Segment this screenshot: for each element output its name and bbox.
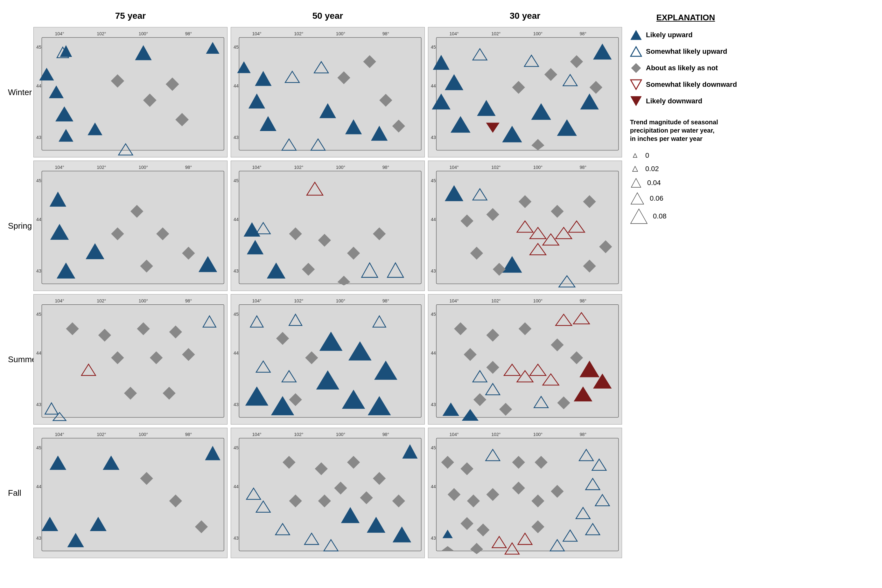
legend-item-somewhat-likely-upward: Somewhat likely upward bbox=[630, 45, 741, 57]
svg-text:100°: 100° bbox=[336, 432, 345, 437]
legend-size-label-006: 0.06 bbox=[650, 194, 663, 202]
svg-text:104°: 104° bbox=[449, 432, 458, 437]
svg-marker-302 bbox=[631, 193, 644, 204]
svg-marker-298 bbox=[631, 96, 642, 106]
svg-text:104°: 104° bbox=[55, 298, 64, 303]
svg-text:100°: 100° bbox=[139, 165, 148, 170]
col-header-30: 30 year bbox=[426, 6, 624, 26]
map-winter-30: 104° 102° 100° 98° 45° 44° 43° bbox=[426, 26, 624, 159]
svg-marker-295 bbox=[631, 47, 642, 56]
svg-text:104°: 104° bbox=[252, 165, 261, 170]
legend-size-002: 0.02 bbox=[630, 164, 741, 174]
svg-text:102°: 102° bbox=[294, 298, 303, 303]
svg-text:98°: 98° bbox=[580, 31, 586, 36]
col-header-50: 50 year bbox=[229, 6, 426, 26]
map-winter-50: 104° 102° 100° 98° 45° 44° 43° bbox=[229, 26, 426, 159]
svg-text:102°: 102° bbox=[97, 165, 106, 170]
svg-rect-52 bbox=[436, 38, 619, 150]
svg-text:104°: 104° bbox=[252, 432, 261, 437]
svg-text:104°: 104° bbox=[252, 298, 261, 303]
svg-text:100°: 100° bbox=[336, 165, 345, 170]
col-header-75: 75 year bbox=[32, 6, 229, 26]
svg-rect-239 bbox=[239, 438, 421, 551]
svg-marker-299 bbox=[633, 154, 637, 158]
svg-text:102°: 102° bbox=[491, 165, 500, 170]
svg-text:100°: 100° bbox=[139, 31, 148, 36]
svg-text:102°: 102° bbox=[97, 432, 106, 437]
svg-marker-300 bbox=[633, 166, 638, 171]
svg-text:102°: 102° bbox=[294, 165, 303, 170]
svg-text:100°: 100° bbox=[336, 31, 345, 36]
svg-text:98°: 98° bbox=[382, 298, 389, 303]
svg-text:102°: 102° bbox=[491, 298, 500, 303]
svg-text:102°: 102° bbox=[97, 298, 106, 303]
svg-text:104°: 104° bbox=[55, 165, 64, 170]
svg-text:98°: 98° bbox=[580, 298, 586, 303]
svg-text:102°: 102° bbox=[97, 31, 106, 36]
map-spring-50: 104° 102° 100° 98° 45° 44° 43° bbox=[229, 159, 426, 292]
legend-size-title: Trend magnitude of seasonalprecipitation… bbox=[630, 118, 741, 143]
svg-rect-145 bbox=[42, 304, 224, 417]
svg-text:104°: 104° bbox=[449, 298, 458, 303]
legend-size-0: 0 bbox=[630, 150, 741, 160]
svg-text:98°: 98° bbox=[382, 432, 389, 437]
map-fall-75: 104° 102° 100° 98° 45° 44° 43° bbox=[32, 426, 229, 560]
map-summer-50: 104° 102° 100° 98° 45° 44° 43° bbox=[229, 292, 426, 426]
svg-text:100°: 100° bbox=[533, 298, 542, 303]
map-summer-75: 104° 102° 100° 98° 45° 44° 43° bbox=[32, 292, 229, 426]
legend-label-somewhat-likely-downward: Somewhat likely downward bbox=[646, 81, 737, 89]
svg-rect-265 bbox=[436, 438, 619, 551]
legend-item-about-as-likely: About as likely as not bbox=[630, 62, 741, 74]
map-grid: 75 year 50 year 30 year Winter 104° 102°… bbox=[6, 6, 624, 582]
row-label-winter: Winter bbox=[6, 26, 32, 159]
svg-text:102°: 102° bbox=[491, 31, 500, 36]
svg-text:98°: 98° bbox=[185, 298, 192, 303]
svg-marker-303 bbox=[631, 209, 647, 224]
svg-text:104°: 104° bbox=[55, 31, 64, 36]
map-fall-50: 104° 102° 100° 98° 45° 44° 43° bbox=[229, 426, 426, 560]
svg-text:102°: 102° bbox=[491, 432, 500, 437]
svg-rect-29 bbox=[239, 38, 421, 150]
row-label-summer: Summer bbox=[6, 292, 32, 426]
svg-text:104°: 104° bbox=[449, 165, 458, 170]
svg-marker-296 bbox=[631, 63, 641, 73]
svg-text:104°: 104° bbox=[55, 432, 64, 437]
legend-label-somewhat-likely-upward: Somewhat likely upward bbox=[646, 47, 727, 56]
legend-size-label-002: 0.02 bbox=[645, 165, 659, 173]
legend-size-label-004: 0.04 bbox=[647, 179, 661, 187]
svg-text:102°: 102° bbox=[294, 31, 303, 36]
legend-item-likely-downward: Likely downward bbox=[630, 95, 741, 107]
legend-item-likely-upward: Likely upward bbox=[630, 29, 741, 41]
svg-text:104°: 104° bbox=[449, 31, 458, 36]
legend-title: EXPLANATION bbox=[630, 13, 741, 22]
row-label-spring: Spring bbox=[6, 159, 32, 292]
legend-size-006: 0.06 bbox=[630, 192, 741, 205]
legend-item-somewhat-likely-downward: Somewhat likely downward bbox=[630, 78, 741, 91]
legend-label-likely-downward: Likely downward bbox=[646, 97, 702, 105]
row-label-fall: Fall bbox=[6, 426, 32, 560]
legend-size-label-0: 0 bbox=[645, 152, 649, 160]
svg-marker-297 bbox=[631, 80, 642, 89]
map-spring-30: 104° 102° 100° 98° 45° 44° 43° bbox=[426, 159, 624, 292]
map-spring-75: 104° 102° 100° 98° 45° 44° 43° bbox=[32, 159, 229, 292]
main-container: 75 year 50 year 30 year Winter 104° 102°… bbox=[0, 0, 882, 588]
svg-rect-166 bbox=[239, 304, 421, 417]
svg-rect-222 bbox=[42, 438, 224, 551]
corner-cell bbox=[6, 6, 32, 26]
svg-text:98°: 98° bbox=[382, 31, 389, 36]
svg-text:100°: 100° bbox=[336, 298, 345, 303]
svg-text:98°: 98° bbox=[185, 165, 192, 170]
legend-size-label-008: 0.08 bbox=[653, 212, 667, 220]
legend-label-about-as-likely: About as likely as not bbox=[646, 64, 718, 72]
legend: EXPLANATION Likely upward Somewhat likel… bbox=[624, 6, 745, 582]
svg-text:100°: 100° bbox=[533, 31, 542, 36]
svg-text:98°: 98° bbox=[382, 165, 389, 170]
legend-size-004: 0.04 bbox=[630, 177, 741, 189]
svg-text:100°: 100° bbox=[533, 432, 542, 437]
svg-text:100°: 100° bbox=[139, 298, 148, 303]
map-fall-30: 104° 102° 100° 98° 45° 44° 43° bbox=[426, 426, 624, 560]
svg-marker-301 bbox=[631, 178, 641, 187]
svg-text:100°: 100° bbox=[533, 165, 542, 170]
svg-text:102°: 102° bbox=[294, 432, 303, 437]
svg-text:100°: 100° bbox=[139, 432, 148, 437]
